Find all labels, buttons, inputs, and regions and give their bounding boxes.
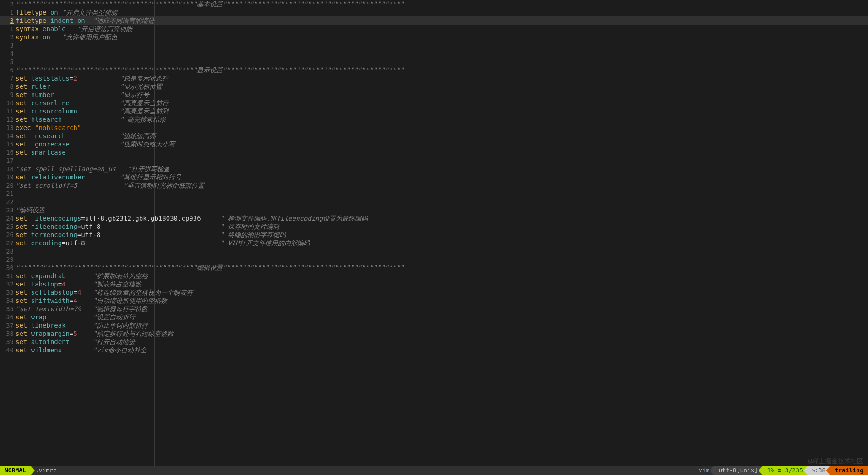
line-number: 4: [0, 49, 16, 58]
line-content[interactable]: set shiftwidth=4 "自动缩进所使用的空格数: [16, 297, 868, 305]
line-content[interactable]: [16, 157, 868, 165]
line-number: 15: [0, 140, 16, 148]
line-number: 2: [0, 0, 16, 8]
line-content[interactable]: set autoindent "打开自动缩进: [16, 338, 868, 346]
line-content[interactable]: exec "nohlsearch": [16, 124, 868, 132]
code-line[interactable]: 32set tabstop=4 "制表符占空格数: [0, 280, 868, 288]
line-content[interactable]: set tabstop=4 "制表符占空格数: [16, 280, 868, 288]
code-line[interactable]: 27set encoding=utf-8 " VIM打开文件使用的内部编码: [0, 239, 868, 247]
line-content[interactable]: [16, 255, 868, 264]
code-line[interactable]: 35"set textwidth=79 "编辑器每行字符数: [0, 305, 868, 313]
code-line[interactable]: 38set wrapmargin=5 "指定折行处与右边缘空格数: [0, 329, 868, 338]
line-content[interactable]: "set scrolloff=5 "垂直滚动时光标距底部位置: [16, 181, 868, 189]
code-line[interactable]: 21: [0, 189, 868, 198]
code-line[interactable]: 8set ruler "显示光标位置: [0, 82, 868, 91]
code-line[interactable]: 2syntax on "允许使用用户配色: [0, 33, 868, 41]
line-content[interactable]: syntax on "允许使用用户配色: [16, 33, 868, 41]
line-content[interactable]: set linebreak "防止单词内部折行: [16, 321, 868, 329]
line-content[interactable]: [16, 49, 868, 58]
line-content[interactable]: "set spell spelllang=en_us "打开拼写检查: [16, 165, 868, 173]
code-line[interactable]: 30""""""""""""""""""""""""""""""""""""""…: [0, 264, 868, 272]
code-line[interactable]: 10set cursorline "高亮显示当前行: [0, 99, 868, 107]
code-line[interactable]: 1filetype on "开启文件类型侦测: [0, 8, 868, 16]
line-content[interactable]: set smartcase: [16, 148, 868, 157]
line-content[interactable]: filetype indent on "适应不同语言的缩进: [16, 16, 868, 25]
line-content[interactable]: """"""""""""""""""""""""""""""""""""""""…: [16, 66, 868, 74]
line-content[interactable]: [16, 189, 868, 198]
code-line[interactable]: 19set relativenumber "其他行显示相对行号: [0, 173, 868, 181]
line-content[interactable]: syntax enable "开启语法高亮功能: [16, 25, 868, 33]
code-line[interactable]: 36set wrap "设置自动折行: [0, 313, 868, 321]
code-line[interactable]: 26set termencoding=utf-8 " 终端的输出字符编码: [0, 231, 868, 239]
line-content[interactable]: "编码设置: [16, 206, 868, 214]
line-content[interactable]: set wrap "设置自动折行: [16, 313, 868, 321]
code-line[interactable]: 39set autoindent "打开自动缩进: [0, 338, 868, 346]
line-content[interactable]: set termencoding=utf-8 " 终端的输出字符编码: [16, 231, 868, 239]
line-number: 1: [0, 25, 16, 33]
code-line[interactable]: 6"""""""""""""""""""""""""""""""""""""""…: [0, 66, 868, 74]
code-line[interactable]: 11set cursorcolumn "高亮显示当前列: [0, 107, 868, 115]
line-content[interactable]: set hlsearch " 高亮搜索结果: [16, 115, 868, 124]
line-content[interactable]: set fileencodings=utf-8,gb2312,gbk,gb180…: [16, 214, 868, 222]
code-line[interactable]: 33set softtabstop=4 "将连续数量的空格视为一个制表符: [0, 288, 868, 297]
line-number: 6: [0, 66, 16, 74]
code-line[interactable]: 13exec "nohlsearch": [0, 124, 868, 132]
line-number: 12: [0, 115, 16, 124]
code-line[interactable]: 37set linebreak "防止单词内部折行: [0, 321, 868, 329]
line-number: 39: [0, 338, 16, 346]
code-line[interactable]: 22: [0, 198, 868, 206]
line-content[interactable]: set cursorline "高亮显示当前行: [16, 99, 868, 107]
line-number: 1: [0, 8, 16, 16]
code-line[interactable]: 5: [0, 58, 868, 66]
line-content[interactable]: set incsearch "边输边高亮: [16, 132, 868, 140]
line-number: 2: [0, 33, 16, 41]
line-content[interactable]: set ignorecase "搜索时忽略大小写: [16, 140, 868, 148]
code-line[interactable]: 3: [0, 41, 868, 49]
code-line[interactable]: 24set fileencodings=utf-8,gb2312,gbk,gb1…: [0, 214, 868, 222]
code-line[interactable]: 25set fileencoding=utf-8 " 保存时的文件编码: [0, 222, 868, 231]
code-line[interactable]: 2"""""""""""""""""""""""""""""""""""""""…: [0, 0, 868, 8]
code-line[interactable]: 28: [0, 247, 868, 255]
line-number: 10: [0, 99, 16, 107]
code-line[interactable]: 1syntax enable "开启语法高亮功能: [0, 25, 868, 33]
code-line[interactable]: 40set wildmenu "vim命令自动补全: [0, 346, 868, 354]
line-content[interactable]: set ruler "显示光标位置: [16, 82, 868, 91]
line-content[interactable]: [16, 198, 868, 206]
line-content[interactable]: """"""""""""""""""""""""""""""""""""""""…: [16, 264, 868, 272]
code-line[interactable]: 4: [0, 49, 868, 58]
line-content[interactable]: "set textwidth=79 "编辑器每行字符数: [16, 305, 868, 313]
code-line[interactable]: 18"set spell spelllang=en_us "打开拼写检查: [0, 165, 868, 173]
line-content[interactable]: filetype on "开启文件类型侦测: [16, 8, 868, 16]
line-number: 25: [0, 222, 16, 231]
code-line[interactable]: 20"set scrolloff=5 "垂直滚动时光标距底部位置: [0, 181, 868, 189]
line-content[interactable]: set cursorcolumn "高亮显示当前列: [16, 107, 868, 115]
line-number: 38: [0, 329, 16, 338]
line-content[interactable]: """"""""""""""""""""""""""""""""""""""""…: [16, 0, 868, 8]
line-content[interactable]: set wrapmargin=5 "指定折行处与右边缘空格数: [16, 329, 868, 338]
line-content[interactable]: [16, 247, 868, 255]
line-content[interactable]: set encoding=utf-8 " VIM打开文件使用的内部编码: [16, 239, 868, 247]
code-line[interactable]: 14set incsearch "边输边高亮: [0, 132, 868, 140]
code-line[interactable]: 9set number "显示行号: [0, 91, 868, 99]
code-line[interactable]: 12set hlsearch " 高亮搜索结果: [0, 115, 868, 124]
code-line[interactable]: 34set shiftwidth=4 "自动缩进所使用的空格数: [0, 297, 868, 305]
line-number: 30: [0, 264, 16, 272]
code-line[interactable]: 16set smartcase: [0, 148, 868, 157]
code-line[interactable]: 15set ignorecase "搜索时忽略大小写: [0, 140, 868, 148]
line-content[interactable]: set laststatus=2 "总是显示状态栏: [16, 74, 868, 82]
line-content[interactable]: [16, 41, 868, 49]
line-content[interactable]: set fileencoding=utf-8 " 保存时的文件编码: [16, 222, 868, 231]
line-content[interactable]: set wildmenu "vim命令自动补全: [16, 346, 868, 354]
line-content[interactable]: [16, 58, 868, 66]
code-line[interactable]: 29: [0, 255, 868, 264]
code-line[interactable]: 23"编码设置: [0, 206, 868, 214]
line-content[interactable]: set expandtab "扩展制表符为空格: [16, 272, 868, 280]
code-line[interactable]: 7set laststatus=2 "总是显示状态栏: [0, 74, 868, 82]
code-line[interactable]: 3filetype indent on "适应不同语言的缩进: [0, 16, 868, 25]
code-line[interactable]: 31set expandtab "扩展制表符为空格: [0, 272, 868, 280]
line-content[interactable]: set number "显示行号: [16, 91, 868, 99]
editor-area[interactable]: 2"""""""""""""""""""""""""""""""""""""""…: [0, 0, 868, 466]
line-content[interactable]: set softtabstop=4 "将连续数量的空格视为一个制表符: [16, 288, 868, 297]
code-line[interactable]: 17: [0, 157, 868, 165]
line-content[interactable]: set relativenumber "其他行显示相对行号: [16, 173, 868, 181]
